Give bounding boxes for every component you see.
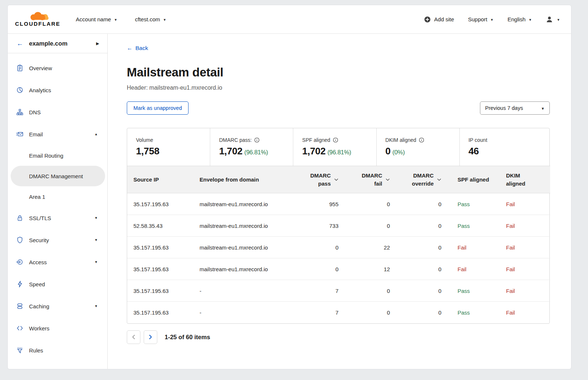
sidebar-item-area-1[interactable]: Area 1 [8,186,107,207]
sidebar-item-label: Workers [29,325,50,331]
app-window: CLOUDFLARE Account name ▼ cftest.com ▼ A… [7,5,571,369]
chevron-down-icon: ▼ [94,260,98,264]
support-dropdown[interactable]: Support ▼ [468,16,493,22]
sort-chevron-icon [386,178,390,181]
sidebar-item-label: Speed [29,281,45,287]
cell-dmarc-fail: 0 [343,302,394,323]
table-row: 35.157.195.63 mailstream-eu1.mxrecord.io… [127,193,550,215]
language-dropdown-label: English [508,16,526,22]
zone-dropdown-label: cftest.com [135,16,160,22]
language-dropdown[interactable]: English ▼ [508,16,532,22]
stat-label: Volume [136,137,153,143]
cell-dmarc-pass: 0 [288,258,343,280]
next-page-button[interactable] [144,330,157,344]
cell-source-ip: 52.58.35.43 [127,215,200,237]
sidebar-item-analytics[interactable]: Analytics [8,79,107,101]
sidebar-site-header[interactable]: ← example.com ▶ [8,34,107,53]
stat-value: 0(0%) [386,146,456,157]
column-header-dmarc-pass[interactable]: DMARCpass [288,166,343,193]
sidebar-item-email-routing[interactable]: Email Routing [8,145,107,166]
stat-percent: (0%) [392,149,405,155]
workers-icon [16,325,24,332]
sidebar-item-dns[interactable]: DNS [8,101,107,123]
column-header-dmarc-fail[interactable]: DMARCfail [343,166,394,193]
support-dropdown-label: Support [468,16,487,22]
cell-dmarc-override: 0 [394,237,446,258]
dns-icon [16,108,24,116]
chevron-down-icon: ▼ [94,238,98,242]
cell-envelope: mailstream-eu1.mxrecord.io [200,215,288,237]
access-icon [16,258,24,266]
sidebar-item-label: Caching [29,303,49,309]
table-row: 35.157.195.63 - 7 0 0 Pass Fail [127,280,550,302]
mark-as-unapproved-button[interactable]: Mark as unapproved [127,101,189,115]
add-site-button[interactable]: Add site [424,16,454,23]
sidebar-item-caching[interactable]: Caching ▼ [8,295,107,317]
stat-label: DMARC pass: [219,137,252,143]
sidebar-item-rules[interactable]: Rules [8,339,107,361]
cell-dmarc-fail: 0 [343,193,394,215]
sidebar-item-label: Overview [29,65,52,71]
mailstream-card: Volume 1,758 DMARC pass: 1,702( [127,128,550,324]
cell-dmarc-fail: 0 [343,215,394,237]
cell-source-ip: 35.157.195.63 [127,280,200,302]
chevron-down-icon: ▼ [557,18,560,22]
sidebar-item-label: Area 1 [29,194,45,200]
sidebar-item-ssl-tls[interactable]: SSL/TLS ▼ [8,207,107,229]
table-row: 35.157.195.63 - 7 0 0 Pass Fail [127,302,550,323]
site-name: example.com [29,40,68,47]
zone-dropdown[interactable]: cftest.com ▼ [135,16,166,22]
cell-dmarc-override: 0 [394,280,446,302]
sidebar-item-label: Analytics [29,87,51,93]
back-arrow-icon: ← [17,40,23,47]
previous-page-button[interactable] [127,330,140,344]
cell-source-ip: 35.157.195.63 [127,237,200,258]
date-range-select[interactable]: Previous 7 days ▼ [480,101,550,115]
stat-spf-aligned: SPF aligned 1,702(96.81%) [293,128,376,166]
user-icon [546,16,553,23]
cloudflare-logo[interactable]: CLOUDFLARE [15,12,60,27]
sidebar-item-security[interactable]: Security ▼ [8,229,107,251]
info-icon[interactable] [419,137,424,143]
overview-icon [16,64,24,72]
sidebar-item-speed[interactable]: Speed [8,273,107,295]
column-header-dmarc-override[interactable]: DMARCoverride [394,166,446,193]
chevron-down-icon: ▼ [114,18,117,22]
sidebar-item-label: Email [29,131,43,137]
column-header-source-ip: Source IP [127,166,200,193]
sidebar-item-overview[interactable]: Overview [8,57,107,79]
account-dropdown[interactable]: Account name ▼ [76,16,117,22]
email-icon [16,130,24,138]
cell-source-ip: 35.157.195.63 [127,258,200,280]
cell-dmarc-pass: 7 [288,302,343,323]
date-range-value: Previous 7 days [485,105,523,111]
user-menu[interactable]: ▼ [546,16,560,23]
cell-dmarc-pass: 0 [288,237,343,258]
sidebar-item-dmarc-management[interactable]: DMARC Management [11,166,105,186]
info-icon[interactable] [333,137,338,143]
sidebar-item-workers[interactable]: Workers [8,317,107,339]
table-header-row: Source IP Envelope from domain DMARCpass… [127,166,550,193]
column-header-envelope: Envelope from domain [200,166,288,193]
cell-dmarc-pass: 7 [288,280,343,302]
main-content: ← Back Mailstream detail Header: mailstr… [108,34,571,369]
stats-row: Volume 1,758 DMARC pass: 1,702( [127,128,549,166]
cell-spf-aligned: Pass [446,215,497,237]
cell-dmarc-override: 0 [394,302,446,323]
chevron-down-icon: ▼ [490,18,494,22]
stat-percent: (96.81%) [327,149,351,155]
sort-chevron-icon [437,178,441,181]
chevron-down-icon: ▼ [541,107,545,111]
info-icon[interactable] [254,137,259,143]
table-row: 52.58.35.43 mailstream-eu1.mxrecord.io 7… [127,215,550,237]
cell-spf-aligned: Pass [446,193,497,215]
back-link-label: Back [136,45,148,51]
sidebar-item-label: DNS [29,109,41,115]
stat-label: IP count [469,137,487,143]
sidebar-item-email[interactable]: Email ▲ [8,123,107,145]
chevron-right-icon [149,334,152,340]
cell-dmarc-fail: 22 [343,237,394,258]
column-header-spf-aligned: SPF aligned [446,166,497,193]
back-link[interactable]: ← Back [127,45,148,51]
sidebar-item-access[interactable]: Access ▼ [8,251,107,273]
